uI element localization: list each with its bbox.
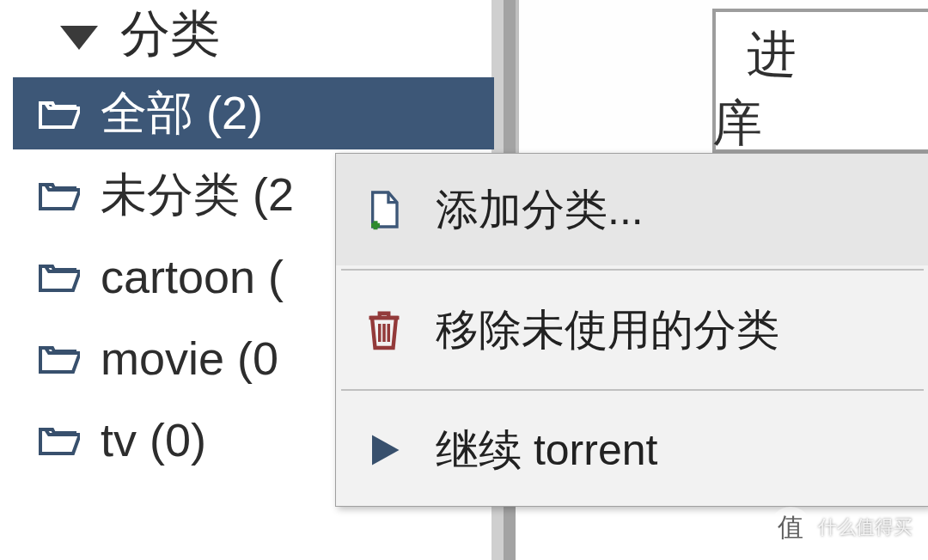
collapse-triangle-icon [60, 26, 98, 50]
menu-item-label: 继续 torrent [436, 422, 657, 479]
watermark-text: 什么值得买 [818, 514, 913, 540]
menu-separator [341, 269, 924, 271]
category-item-label: movie (0 [101, 332, 278, 385]
folder-open-icon [39, 423, 80, 457]
menu-item-label: 添加分类... [436, 181, 644, 239]
category-item-label: 全部 (2) [101, 82, 263, 145]
category-item-label: 未分类 (2 [101, 164, 294, 227]
category-item-all[interactable]: 全部 (2) [13, 77, 494, 149]
watermark-badge-icon: 值 [770, 507, 811, 548]
folder-open-icon [39, 178, 80, 212]
folder-open-icon [39, 96, 80, 131]
detail-line-1: 进 [747, 21, 797, 88]
add-file-icon [358, 184, 410, 235]
menu-item-label: 移除未使用的分类 [436, 301, 779, 359]
folder-open-icon [39, 341, 80, 375]
detail-panel: 进 庠 [516, 0, 928, 155]
menu-item-resume-torrent[interactable]: 继续 torrent [336, 394, 928, 506]
category-item-label: tv (0) [101, 413, 206, 466]
trash-icon [358, 304, 410, 356]
context-menu: 添加分类... 移除未使用的分类 继续 torrent [335, 153, 928, 507]
play-icon [358, 424, 410, 476]
menu-separator [341, 389, 924, 391]
folder-open-icon [39, 259, 80, 294]
menu-item-remove-unused[interactable]: 移除未使用的分类 [336, 274, 928, 386]
category-group-label: 分类 [120, 1, 220, 68]
category-group-header[interactable]: 分类 [60, 0, 220, 69]
detail-line-2: 庠 [712, 90, 762, 157]
category-item-label: cartoon ( [101, 250, 284, 303]
watermark: 值 什么值得买 [770, 507, 913, 548]
menu-item-add-category[interactable]: 添加分类... [336, 154, 928, 265]
